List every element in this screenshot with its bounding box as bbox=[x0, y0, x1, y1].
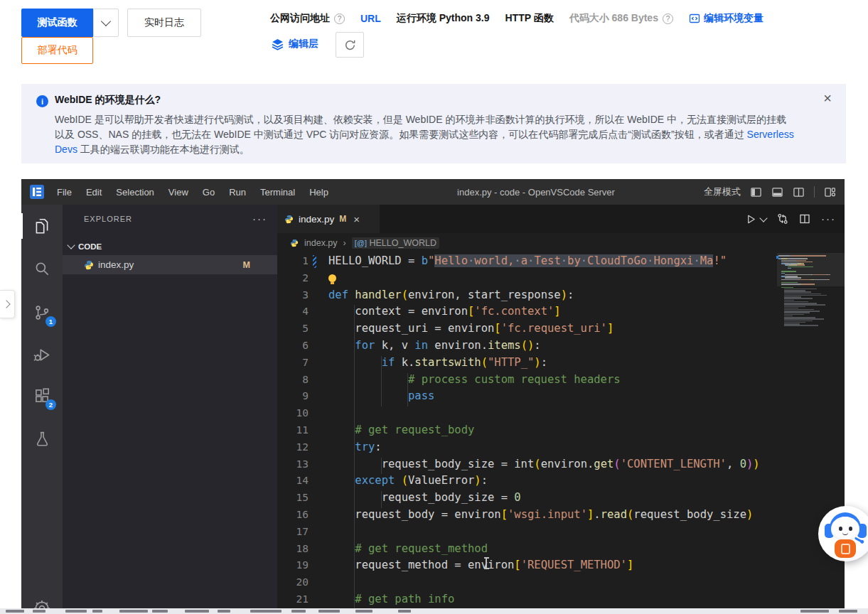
activity-search[interactable] bbox=[21, 252, 63, 286]
code-size-label: 代码大小 686 Bytes bbox=[569, 12, 658, 25]
line-number: 5 bbox=[277, 321, 309, 338]
split-layout-icon[interactable] bbox=[793, 186, 805, 198]
toggle-sidebar-icon[interactable] bbox=[750, 186, 762, 198]
gear-icon bbox=[32, 598, 52, 608]
test-function-dropdown-button[interactable] bbox=[93, 9, 119, 37]
activity-explorer[interactable] bbox=[21, 209, 63, 243]
line-number: 21 bbox=[277, 591, 309, 608]
modified-badge: M bbox=[339, 214, 346, 224]
robot-body-panel bbox=[841, 544, 850, 554]
indent-guide bbox=[407, 373, 408, 407]
lightbulb-icon[interactable] bbox=[328, 274, 336, 282]
refresh-button[interactable] bbox=[336, 32, 364, 58]
activity-manage[interactable] bbox=[21, 598, 63, 608]
line-number: 18 bbox=[277, 541, 309, 558]
activity-run-debug[interactable] bbox=[21, 338, 63, 372]
code-editor[interactable]: 1HELLO_WORLD = b"Hello·world,·a·Test·by·… bbox=[277, 253, 845, 608]
extensions-badge: 2 bbox=[45, 399, 56, 410]
cutoff-text-fragment bbox=[6, 610, 24, 613]
http-function-label: HTTP 函数 bbox=[505, 12, 553, 25]
tab-close-icon[interactable]: × bbox=[353, 213, 360, 225]
activity-testing[interactable] bbox=[21, 421, 63, 456]
open-changes-icon[interactable] bbox=[777, 213, 788, 225]
tab-indexpy[interactable]: index.py M × bbox=[277, 205, 380, 233]
banner-line-3: Devs 工具的端云联调功能在本地进行测试。 bbox=[55, 142, 818, 157]
explorer-section-code[interactable]: CODE bbox=[63, 237, 277, 255]
menu-view[interactable]: View bbox=[161, 187, 195, 198]
activity-extensions[interactable]: 2 bbox=[21, 379, 63, 413]
banner-line-1: WebIDE 是可以帮助开发者快速进行代码测试，以及项目构建、依赖安装，但是 W… bbox=[55, 112, 818, 127]
explorer-header-label: EXPLORER bbox=[84, 215, 132, 223]
python-icon bbox=[284, 215, 294, 224]
indent-guide bbox=[354, 305, 355, 608]
minimap-modified-marker bbox=[776, 256, 778, 259]
banner-close-icon[interactable]: × bbox=[823, 91, 832, 105]
line-number: 12 bbox=[277, 439, 309, 456]
menu-bar: File Edit Selection View Go Run Terminal… bbox=[50, 187, 336, 198]
code-line: 3def handler(environ, start_response): bbox=[277, 287, 845, 304]
line-number: 13 bbox=[277, 456, 309, 473]
line-number: 2 bbox=[277, 270, 309, 287]
chevron-down-icon bbox=[67, 241, 75, 249]
mouse-ibeam-cursor bbox=[486, 558, 487, 569]
code-line: 1HELLO_WORLD = b"Hello·world,·a·Test·by·… bbox=[277, 253, 845, 270]
line-number: 19 bbox=[277, 557, 309, 574]
editor-more-icon[interactable]: ··· bbox=[821, 215, 836, 222]
split-editor-icon[interactable] bbox=[799, 213, 810, 225]
info-icon: i bbox=[36, 95, 48, 107]
menu-selection[interactable]: Selection bbox=[109, 187, 161, 198]
side-drawer-expand-button[interactable] bbox=[0, 290, 15, 318]
webide-window: File Edit Selection View Go Run Terminal… bbox=[21, 179, 845, 608]
code-line: 21 # get path info bbox=[277, 591, 845, 608]
serverless-devs-link[interactable]: Serverless bbox=[747, 129, 794, 140]
toggle-panel-icon[interactable] bbox=[771, 186, 783, 198]
run-debug-icon bbox=[33, 345, 52, 365]
cutoff-text-fragment bbox=[92, 610, 102, 613]
help-icon[interactable]: ? bbox=[663, 14, 673, 24]
menu-file[interactable]: File bbox=[50, 187, 79, 198]
customize-layout-icon[interactable] bbox=[824, 186, 836, 198]
code-line: 13 request_body_size = int(environ.get('… bbox=[277, 456, 845, 473]
edit-env-vars-link[interactable]: 编辑环境变量 bbox=[689, 12, 763, 25]
edit-layer-link[interactable]: 编辑层 bbox=[272, 38, 318, 50]
menu-run[interactable]: Run bbox=[222, 187, 253, 198]
fullscreen-mode-button[interactable]: 全屏模式 bbox=[704, 185, 741, 198]
realtime-logs-button[interactable]: 实时日志 bbox=[127, 9, 201, 37]
code-line: 10 bbox=[277, 405, 845, 422]
run-python-file-button[interactable] bbox=[746, 214, 766, 225]
cutoff-text-fragment bbox=[318, 610, 340, 613]
line-number: 11 bbox=[277, 422, 309, 439]
explorer-more-icon[interactable]: ··· bbox=[252, 215, 267, 222]
code-line: 17 bbox=[277, 524, 845, 541]
menu-help[interactable]: Help bbox=[302, 187, 336, 198]
breadcrumb-symbol[interactable]: [@] HELLO_WORLD bbox=[352, 237, 439, 249]
cutoff-text-fragment bbox=[398, 610, 411, 613]
file-item-indexpy[interactable]: index.py M bbox=[63, 255, 277, 274]
test-function-button[interactable]: 测试函数 bbox=[21, 9, 93, 37]
search-icon bbox=[33, 259, 51, 278]
activity-bar: 1 2 bbox=[21, 205, 63, 608]
menu-edit[interactable]: Edit bbox=[79, 187, 109, 198]
line-number: 16 bbox=[277, 507, 309, 524]
customer-service-mascot-button[interactable] bbox=[818, 506, 868, 561]
line-number: 15 bbox=[277, 490, 309, 507]
serverless-devs-link[interactable]: Devs bbox=[55, 144, 77, 155]
minimap-viewport[interactable] bbox=[777, 253, 845, 286]
activity-source-control[interactable]: 1 bbox=[21, 296, 63, 330]
code-line: 7 if k.startswith("HTTP_"): bbox=[277, 355, 845, 372]
python-icon bbox=[290, 239, 299, 247]
indent-guide bbox=[381, 356, 382, 406]
robot-eye bbox=[839, 527, 842, 531]
url-link[interactable]: URL bbox=[360, 13, 381, 24]
bottom-page-strip bbox=[0, 608, 868, 614]
vscode-logo-icon bbox=[30, 185, 44, 199]
breadcrumb-file[interactable]: index.py bbox=[304, 238, 338, 248]
menu-terminal[interactable]: Terminal bbox=[253, 187, 302, 198]
env-vars-icon bbox=[689, 13, 700, 24]
deploy-code-button[interactable]: 部署代码 bbox=[21, 37, 93, 64]
play-icon bbox=[746, 214, 756, 225]
help-icon[interactable]: ? bbox=[334, 14, 345, 24]
code-line: 18 # get request_method bbox=[277, 541, 845, 558]
menu-go[interactable]: Go bbox=[195, 187, 222, 198]
cutoff-text-fragment bbox=[218, 610, 230, 613]
